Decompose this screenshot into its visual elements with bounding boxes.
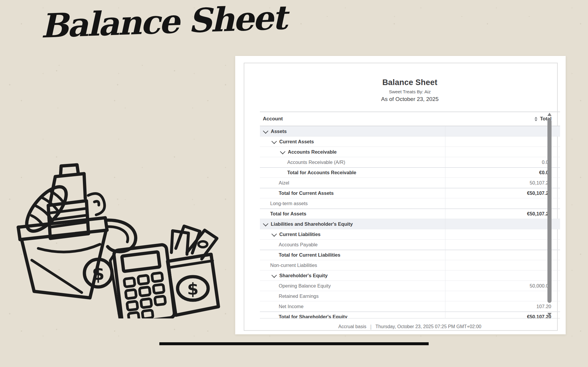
row-value: 50,107.20: [445, 180, 560, 186]
table-row: Total for Current Liabilities –: [260, 250, 560, 260]
scroll-down-icon[interactable]: [547, 313, 552, 316]
row-label-cell: Accounts Payable: [260, 240, 445, 250]
report-title: Balance Sheet: [253, 78, 567, 87]
chevron-down-icon[interactable]: [271, 272, 277, 278]
row-label: Retained Earnings: [279, 293, 319, 299]
chevron-down-icon[interactable]: [263, 128, 268, 133]
row-label: Current Liabilities: [279, 232, 320, 237]
row-label: Aizel: [279, 180, 289, 186]
row-value: –: [445, 252, 560, 258]
report-footer: Accrual basis | Thursday, October 23, 20…: [253, 323, 567, 330]
row-label: Accounts Payable: [279, 242, 318, 248]
row-label-cell: Net Income: [260, 301, 445, 311]
table-row: Long-term assets –: [260, 198, 560, 209]
row-label: Opening Balance Equity: [279, 283, 331, 289]
row-label-cell: Total for Accounts Receivable: [260, 168, 445, 177]
table-row: Total for Shareholder's Equity €50,107.2…: [260, 312, 560, 318]
table-row[interactable]: Shareholder's Equity: [260, 270, 560, 281]
row-label-cell: Accounts Receivable (A/R): [260, 157, 445, 167]
chevron-down-icon[interactable]: [271, 138, 277, 144]
table-row: Opening Balance Equity 50,000.00: [260, 281, 560, 291]
row-label-cell: Total for Current Assets: [260, 188, 445, 198]
vertical-scrollbar[interactable]: [547, 112, 552, 318]
table-row[interactable]: Accounts Receivable: [260, 147, 560, 157]
row-label-cell: Non-current Liabilities: [260, 260, 445, 270]
table-row: Accounts Receivable (A/R) 0.00: [260, 157, 560, 167]
row-value: €0.00: [445, 170, 560, 175]
footer-separator: |: [370, 323, 372, 330]
calculator-icon: [109, 244, 175, 318]
table-row[interactable]: Current Liabilities: [260, 229, 560, 240]
table-row: Net Income 107.20: [260, 301, 560, 312]
row-label: Accounts Receivable (A/R): [287, 160, 345, 165]
row-label-cell: Total for Assets: [260, 209, 445, 219]
scroll-up-icon[interactable]: [547, 113, 552, 116]
row-label: Accounts Receivable: [288, 149, 337, 155]
row-label: Assets: [271, 129, 287, 134]
row-label: Liabilities and Shareholder's Equity: [271, 221, 353, 227]
table-row: Non-current Liabilities –: [260, 260, 560, 270]
row-label-cell: Current Assets: [260, 137, 445, 147]
row-label-cell: Assets: [260, 126, 445, 136]
row-value: –: [445, 242, 560, 248]
row-label-cell: Aizel: [260, 178, 445, 188]
report-as-of-date: As of October 23, 2025: [253, 96, 567, 102]
row-label: Non-current Liabilities: [270, 263, 317, 268]
row-label-cell: Shareholder's Equity: [260, 270, 445, 280]
report-rows-viewport: Assets Current Assets Accounts Receivabl…: [260, 126, 560, 318]
table-row: Retained Earnings –: [260, 291, 560, 301]
table-row: Total for Current Assets €50,107.20: [260, 188, 560, 198]
sort-icon[interactable]: [534, 117, 537, 121]
pastry-icon: [88, 194, 105, 215]
svg-text:$: $: [187, 279, 199, 298]
row-label: Current Assets: [279, 139, 314, 145]
svg-text:$: $: [92, 263, 104, 284]
row-label: Total for Assets: [270, 211, 306, 217]
row-label-cell: Opening Balance Equity: [260, 281, 445, 291]
row-label: Total for Shareholder's Equity: [279, 314, 348, 318]
row-label: Total for Current Assets: [279, 190, 334, 196]
table-row: Accounts Payable –: [260, 240, 560, 250]
account-column-header: Account: [260, 116, 283, 122]
report-company-name: Sweet Treats By: Aiz: [253, 89, 567, 94]
row-value: 107.20: [445, 304, 560, 309]
milk-carton-icon: [48, 165, 88, 238]
report-inner-frame: Balance Sheet Sweet Treats By: Aiz As of…: [244, 63, 558, 331]
report-timestamp: Thursday, October 23, 2025 07:25 PM GMT+…: [375, 324, 481, 329]
row-label-cell: Total for Current Liabilities: [260, 250, 445, 260]
report-card: Balance Sheet Sweet Treats By: Aiz As of…: [235, 56, 566, 334]
table-row[interactable]: Current Assets: [260, 137, 560, 147]
money-bag-icon: $: [168, 254, 218, 315]
row-value: 50,000.00: [445, 283, 560, 289]
row-label-cell: Accounts Receivable: [260, 147, 445, 157]
row-label: Total for Current Liabilities: [279, 252, 340, 258]
chevron-down-icon[interactable]: [263, 221, 268, 226]
table-row: Total for Accounts Receivable €0.00: [260, 167, 560, 178]
slide-background: Balance Sheet: [0, 0, 588, 367]
scrollbar-thumb[interactable]: [547, 119, 552, 303]
decorative-underline-bar: [159, 342, 429, 345]
chevron-down-icon[interactable]: [280, 149, 285, 154]
row-label-cell: Long-term assets: [260, 198, 445, 208]
row-label: Long-term assets: [270, 201, 308, 206]
chevron-down-icon[interactable]: [271, 231, 277, 236]
row-value: 0.00: [445, 160, 560, 165]
table-row: Aizel 50,107.20: [260, 178, 560, 188]
row-label-cell: Retained Earnings: [260, 291, 445, 301]
dollar-coin-icon: $: [84, 259, 112, 287]
row-label-cell: Current Liabilities: [260, 229, 445, 239]
table-row: Total for Assets €50,107.20: [260, 209, 560, 219]
accounting-basis-label: Accrual basis: [338, 324, 366, 329]
table-row[interactable]: Liabilities and Shareholder's Equity: [260, 219, 560, 229]
row-value: –: [445, 201, 560, 206]
row-label: Shareholder's Equity: [279, 273, 328, 278]
row-label: Net Income: [279, 304, 303, 309]
row-value: –: [445, 293, 560, 299]
table-row[interactable]: Assets: [260, 126, 560, 137]
row-label: Total for Accounts Receivable: [287, 170, 356, 175]
bread-icon: [20, 180, 73, 238]
row-value: –: [445, 263, 560, 268]
row-label-cell: Total for Shareholder's Equity: [260, 312, 445, 318]
row-value: €50,107.20: [445, 190, 560, 196]
page-title-script: Balance Sheet: [40, 0, 286, 45]
